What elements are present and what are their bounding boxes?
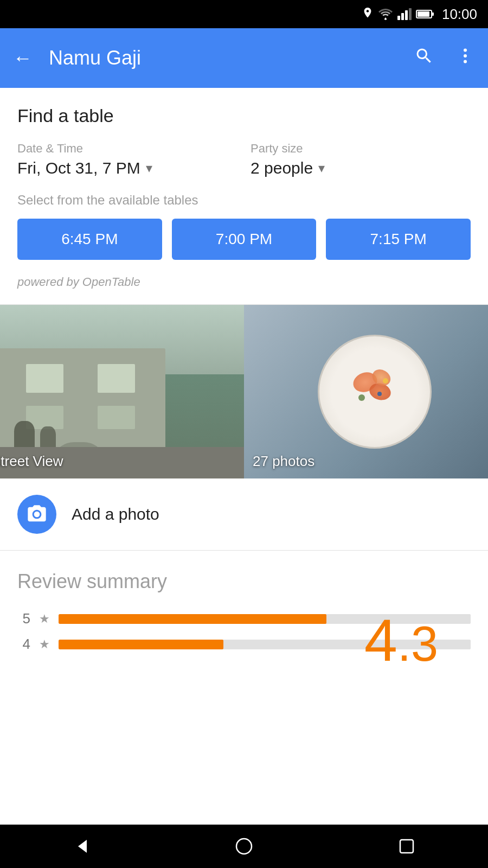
rating-bar-fill-5 <box>59 614 326 624</box>
food-photos[interactable]: 27 photos <box>244 305 488 478</box>
photos-count-label: 27 photos <box>253 453 314 470</box>
page-title: Namu Gaji <box>49 47 393 69</box>
svg-rect-5 <box>432 12 434 16</box>
signal-icon <box>397 8 412 20</box>
time-slots-container: 6:45 PM 7:00 PM 7:15 PM <box>17 219 471 260</box>
svg-rect-3 <box>409 8 412 20</box>
date-time-label: Date & Time <box>17 142 237 156</box>
status-icons: 10:00 <box>362 6 477 23</box>
big-rating-whole: 4 <box>364 610 397 670</box>
time-slot-645[interactable]: 6:45 PM <box>17 219 162 260</box>
add-photo-row[interactable]: Add a photo <box>0 478 488 551</box>
svg-point-12 <box>236 839 252 854</box>
party-size-arrow: ▾ <box>318 161 325 176</box>
svg-rect-13 <box>400 840 413 853</box>
rating-star-4: ★ <box>39 637 50 652</box>
party-size-value: 2 people <box>251 159 313 177</box>
nav-back-button[interactable] <box>60 825 103 868</box>
reservation-fields: Date & Time Fri, Oct 31, 7 PM ▾ Party si… <box>17 142 471 177</box>
svg-rect-1 <box>401 13 404 20</box>
big-rating-decimal: .3 <box>397 620 438 668</box>
review-title: Review summary <box>17 570 471 593</box>
svg-point-10 <box>34 512 40 518</box>
date-time-value: Fri, Oct 31, 7 PM <box>17 159 140 177</box>
camera-icon <box>17 495 56 534</box>
svg-rect-0 <box>397 16 400 20</box>
nav-home-button[interactable] <box>222 825 266 868</box>
party-size-label: Party size <box>251 142 471 156</box>
status-bar: 10:00 <box>0 0 488 28</box>
svg-point-8 <box>464 54 467 58</box>
rating-star-5: ★ <box>39 612 50 626</box>
wifi-icon <box>378 8 393 20</box>
photo-strip: Street View 27 photos <box>0 305 488 478</box>
svg-marker-11 <box>78 840 87 853</box>
powered-by: powered by OpenTable <box>17 275 471 289</box>
time-slot-715[interactable]: 7:15 PM <box>326 219 471 260</box>
find-table-title: Find a table <box>17 105 471 126</box>
svg-rect-6 <box>418 11 429 17</box>
party-size-select[interactable]: 2 people ▾ <box>251 159 471 177</box>
back-button[interactable]: ← <box>13 47 33 69</box>
date-time-field[interactable]: Date & Time Fri, Oct 31, 7 PM ▾ <box>17 142 237 177</box>
main-content: Find a table Date & Time Fri, Oct 31, 7 … <box>0 88 488 289</box>
street-view-label: Street View <box>0 453 63 470</box>
date-time-arrow: ▾ <box>146 161 152 176</box>
camera-svg <box>26 503 48 525</box>
rating-bar-fill-4 <box>59 640 223 649</box>
available-tables-label: Select from the available tables <box>17 193 471 208</box>
status-time: 10:00 <box>442 6 477 23</box>
toolbar: ← Namu Gaji <box>0 28 488 88</box>
location-icon <box>362 7 374 22</box>
rating-num-5: 5 <box>17 610 30 627</box>
time-slot-700[interactable]: 7:00 PM <box>172 219 317 260</box>
search-button[interactable] <box>414 46 434 70</box>
party-size-field[interactable]: Party size 2 people ▾ <box>251 142 471 177</box>
review-bars: 4 .3 5 ★ 4 ★ <box>17 610 471 653</box>
svg-rect-2 <box>405 10 408 20</box>
add-photo-label: Add a photo <box>72 505 159 524</box>
more-options-button[interactable] <box>455 46 475 70</box>
nav-recents-button[interactable] <box>385 825 428 868</box>
review-section: Review summary 4 .3 5 ★ 4 ★ <box>0 551 488 674</box>
nav-bar <box>0 825 488 868</box>
battery-icon <box>416 9 434 20</box>
svg-point-9 <box>464 60 467 63</box>
rating-num-4: 4 <box>17 636 30 653</box>
date-time-select[interactable]: Fri, Oct 31, 7 PM ▾ <box>17 159 237 177</box>
svg-point-7 <box>464 49 467 52</box>
street-view-photo[interactable]: Street View <box>0 305 244 478</box>
